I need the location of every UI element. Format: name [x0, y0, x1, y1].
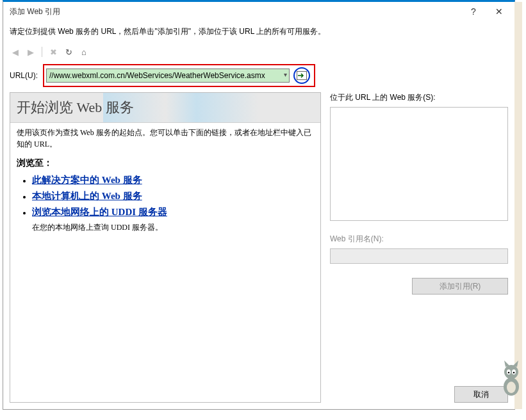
go-button[interactable]	[297, 71, 307, 80]
stop-icon[interactable]: ✖	[47, 46, 59, 58]
link-local-services[interactable]: 本地计算机上的 Web 服务	[32, 191, 142, 201]
cancel-button[interactable]: 取消	[454, 386, 508, 403]
body-split: 开始浏览 Web 服务 使用该页作为查找 Web 服务的起始点。您可以单击下面的…	[3, 92, 514, 409]
browse-pane: 开始浏览 Web 服务 使用该页作为查找 Web 服务的起始点。您可以单击下面的…	[10, 92, 321, 403]
refname-label: Web 引用名(N):	[330, 234, 508, 245]
help-button[interactable]: ?	[461, 3, 486, 20]
list-item: 本地计算机上的 Web 服务	[32, 190, 314, 202]
browse-intro: 使用该页作为查找 Web 服务的起始点。您可以单击下面的链接，或者在地址栏中键入…	[10, 123, 320, 154]
browse-heading: 开始浏览 Web 服务	[10, 93, 320, 123]
nav-forward-icon[interactable]: ▶	[25, 46, 37, 58]
browse-links: 此解决方案中的 Web 服务 本地计算机上的 Web 服务 浏览本地网络上的 U…	[10, 169, 320, 234]
nav-toolbar: ◀ ▶ ✖ ↻ ⌂	[3, 46, 514, 61]
right-pane: 位于此 URL 上的 Web 服务(S): Web 引用名(N): 添加引用(R…	[330, 92, 508, 403]
dialog-window: 添加 Web 引用 ? ✕ 请定位到提供 Web 服务的 URL，然后单击"添加…	[3, 0, 515, 410]
add-reference-button[interactable]: 添加引用(R)	[412, 278, 508, 295]
spacer	[330, 298, 508, 382]
window-title: 添加 Web 引用	[10, 6, 461, 17]
link-uddi-servers[interactable]: 浏览本地网络上的 UDDI 服务器	[32, 207, 167, 217]
list-item: 浏览本地网络上的 UDDI 服务器	[32, 206, 314, 218]
browse-to-label: 浏览至：	[10, 154, 320, 169]
go-button-highlight	[293, 67, 310, 84]
toolbar-separator	[42, 47, 42, 57]
refname-input[interactable]	[330, 248, 508, 264]
url-label: URL(U):	[10, 71, 39, 80]
services-listbox[interactable]	[330, 107, 508, 221]
url-highlight-box: ▾	[43, 64, 315, 87]
close-button[interactable]: ✕	[486, 3, 512, 20]
list-item: 此解决方案中的 Web 服务	[32, 174, 314, 186]
link-solution-services[interactable]: 此解决方案中的 Web 服务	[32, 175, 142, 185]
home-icon[interactable]: ⌂	[78, 46, 90, 58]
services-label: 位于此 URL 上的 Web 服务(S):	[330, 92, 508, 103]
instruction-text: 请定位到提供 Web 服务的 URL，然后单击"添加引用"，添加位于该 URL …	[3, 21, 514, 46]
refresh-icon[interactable]: ↻	[63, 46, 74, 58]
titlebar: 添加 Web 引用 ? ✕	[3, 2, 514, 21]
right-edge-decoration	[514, 2, 522, 409]
spacer	[330, 268, 508, 274]
url-row: URL(U): ▾	[3, 61, 514, 92]
url-input[interactable]	[46, 69, 290, 83]
nav-back-icon[interactable]: ◀	[10, 46, 21, 58]
link-uddi-sub: 在您的本地网络上查询 UDDI 服务器。	[17, 222, 314, 233]
spacer	[330, 225, 508, 230]
